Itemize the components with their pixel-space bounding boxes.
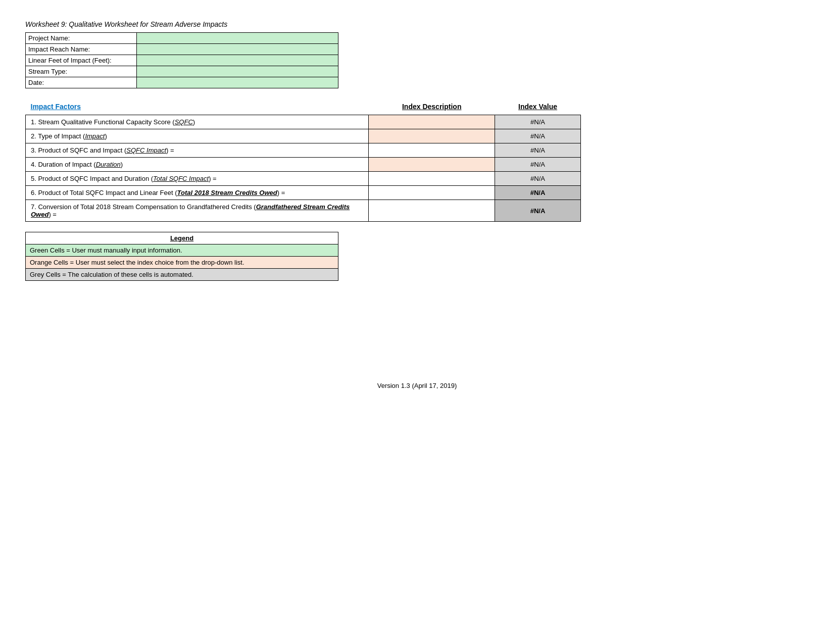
index-value-header: Index Value [495,98,581,115]
impact-factors-header: Impact Factors [26,98,369,115]
impact-row-1: 1. Stream Qualitative Functional Capacit… [26,115,581,129]
header-label: Date: [26,77,137,88]
header-row: Date: [26,77,338,88]
impact-row-7: 7. Conversion of Total 2018 Stream Compe… [26,200,581,222]
header-input[interactable] [136,44,338,55]
legend-item-2: Grey Cells = The calculation of these ce… [26,269,338,281]
impact-row-2: 2. Type of Impact (Impact) #N/A [26,129,581,143]
desc-cell-7 [369,200,495,222]
legend-text-1: Orange Cells = User must select the inde… [26,257,338,269]
desc-cell-6 [369,186,495,200]
impact-label-6: 6. Product of Total SQFC Impact and Line… [26,186,369,200]
impact-label-4: 4. Duration of Impact (Duration) [26,158,369,172]
impact-label-3: 3. Product of SQFC and Impact (SQFC Impa… [26,143,369,158]
legend-text-0: Green Cells = User must manually input i… [26,244,338,257]
impact-row-6: 6. Product of Total SQFC Impact and Line… [26,186,581,200]
legend-title: Legend [26,232,338,244]
header-row: Project Name: [26,33,338,44]
header-table: Project Name: Impact Reach Name: Linear … [25,32,338,88]
impact-row-5: 5. Product of SQFC Impact and Duration (… [26,172,581,186]
desc-cell-2[interactable] [369,129,495,143]
footer: Version 1.3 (April 17, 2019) [25,382,809,389]
header-label: Impact Reach Name: [26,44,137,55]
header-input[interactable] [136,55,338,66]
impact-row-3: 3. Product of SQFC and Impact (SQFC Impa… [26,143,581,158]
desc-cell-1[interactable] [369,115,495,129]
desc-cell-5 [369,172,495,186]
value-cell-6: #N/A [495,186,581,200]
header-input[interactable] [136,33,338,44]
legend-text-2: Grey Cells = The calculation of these ce… [26,269,338,281]
value-cell-2: #N/A [495,129,581,143]
index-description-header: Index Description [369,98,495,115]
header-label: Linear Feet of Impact (Feet): [26,55,137,66]
value-cell-4: #N/A [495,158,581,172]
value-cell-1: #N/A [495,115,581,129]
value-cell-3: #N/A [495,143,581,158]
legend-title-row: Legend [26,232,338,244]
header-input[interactable] [136,77,338,88]
impact-label-2: 2. Type of Impact (Impact) [26,129,369,143]
impact-label-5: 5. Product of SQFC Impact and Duration (… [26,172,369,186]
header-row: Linear Feet of Impact (Feet): [26,55,338,66]
impact-row-4: 4. Duration of Impact (Duration) #N/A [26,158,581,172]
column-header-row: Impact Factors Index Description Index V… [26,98,581,115]
impact-label-7: 7. Conversion of Total 2018 Stream Compe… [26,200,369,222]
legend-item-1: Orange Cells = User must select the inde… [26,257,338,269]
worksheet-title: Worksheet 9: Qualitative Worksheet for S… [25,20,809,28]
header-input[interactable] [136,66,338,77]
value-cell-7: #N/A [495,200,581,222]
desc-cell-4[interactable] [369,158,495,172]
header-label: Stream Type: [26,66,137,77]
value-cell-5: #N/A [495,172,581,186]
desc-cell-3 [369,143,495,158]
main-table: Impact Factors Index Description Index V… [25,98,581,222]
header-row: Impact Reach Name: [26,44,338,55]
impact-label-1: 1. Stream Qualitative Functional Capacit… [26,115,369,129]
legend-table: LegendGreen Cells = User must manually i… [25,232,338,281]
header-label: Project Name: [26,33,137,44]
header-row: Stream Type: [26,66,338,77]
legend-item-0: Green Cells = User must manually input i… [26,244,338,257]
